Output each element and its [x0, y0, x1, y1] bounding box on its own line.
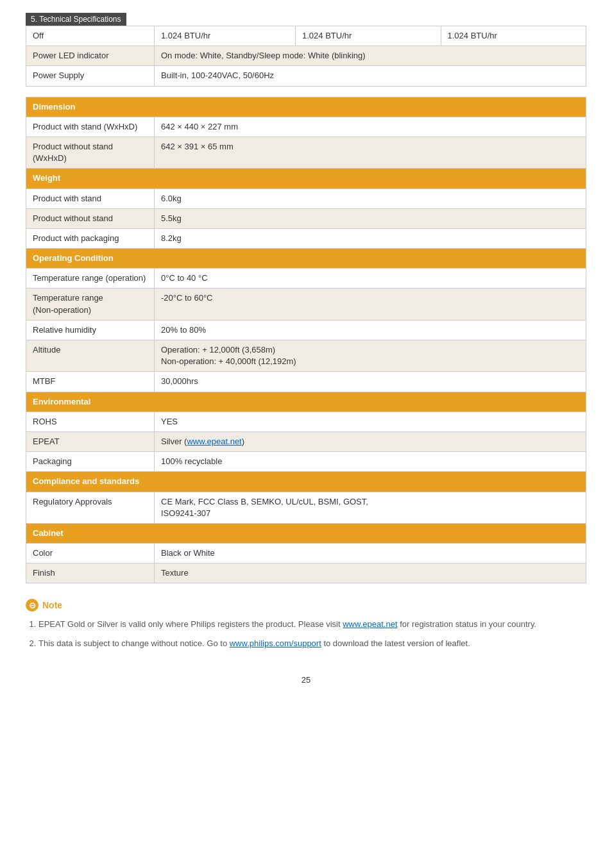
table-row: Off 1.024 BTU/hr 1.024 BTU/hr 1.024 BTU/… [26, 26, 586, 46]
table-row: Regulatory Approvals CE Mark, FCC Class … [26, 492, 586, 523]
table-row-header: Operating Condition [26, 249, 586, 269]
table-row-header: Compliance and standards [26, 472, 586, 492]
table-row: Packaging 100% recyclable [26, 452, 586, 472]
table-row: Temperature range(Non-operation) -20°C t… [26, 288, 586, 320]
note-section: ⊝ Note EPEAT Gold or Silver is valid onl… [26, 599, 586, 649]
table-row: Product with stand (WxHxD) 642 × 440 × 2… [26, 117, 586, 137]
note-list: EPEAT Gold or Silver is valid only where… [26, 618, 586, 649]
list-item: This data is subject to change without n… [38, 637, 586, 650]
table-row-header: Cabinet [26, 523, 586, 543]
table-row-header: Dimension [26, 97, 586, 117]
table-row: Power LED indicator On mode: White, Stan… [26, 46, 586, 66]
page-number: 25 [26, 675, 586, 685]
main-specs-table: Dimension Product with stand (WxHxD) 642… [26, 97, 586, 584]
table-row: MTBF 30,000hrs [26, 372, 586, 392]
section-header: 5. Technical Specifications [26, 13, 126, 26]
table-row: Relative humidity 20% to 80% [26, 320, 586, 340]
note-icon: ⊝ [26, 599, 38, 612]
table-row: Temperature range (operation) 0°C to 40 … [26, 269, 586, 288]
table-row: Product with stand 6.0kg [26, 188, 586, 208]
philips-support-link[interactable]: www.philips.com/support [230, 638, 321, 648]
table-row: EPEAT Silver (www.epeat.net) [26, 431, 586, 451]
epeat-link[interactable]: www.epeat.net [187, 437, 241, 446]
table-row: Product with packaging 8.2kg [26, 228, 586, 248]
table-row: Power Supply Built-in, 100-240VAC, 50/60… [26, 66, 586, 86]
table-row-header: Weight [26, 169, 586, 188]
table-row: Color Black or White [26, 544, 586, 563]
table-row: Finish Texture [26, 563, 586, 583]
table-row: Product without stand 5.5kg [26, 208, 586, 228]
table-row: Altitude Operation: + 12,000ft (3,658m)N… [26, 340, 586, 372]
table-row: ROHS YES [26, 412, 586, 431]
table-row: Product without stand(WxHxD) 642 × 391 ×… [26, 137, 586, 168]
top-specs-table: Off 1.024 BTU/hr 1.024 BTU/hr 1.024 BTU/… [26, 26, 586, 87]
table-row-header: Environmental [26, 392, 586, 412]
epeat-note-link[interactable]: www.epeat.net [343, 619, 397, 629]
list-item: EPEAT Gold or Silver is valid only where… [38, 618, 586, 631]
note-title: ⊝ Note [26, 599, 586, 612]
